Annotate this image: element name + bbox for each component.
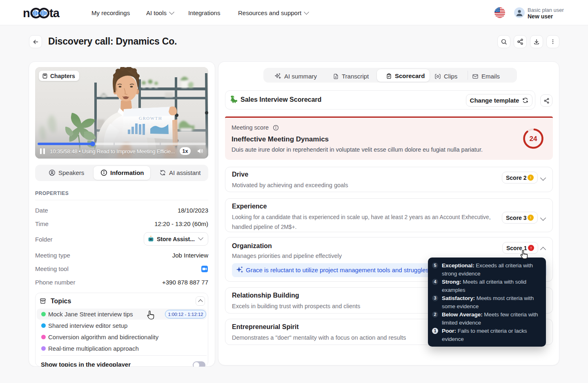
- svg-text:ta: ta: [49, 7, 60, 20]
- svg-text:24: 24: [530, 135, 537, 143]
- svg-text:n: n: [23, 7, 30, 20]
